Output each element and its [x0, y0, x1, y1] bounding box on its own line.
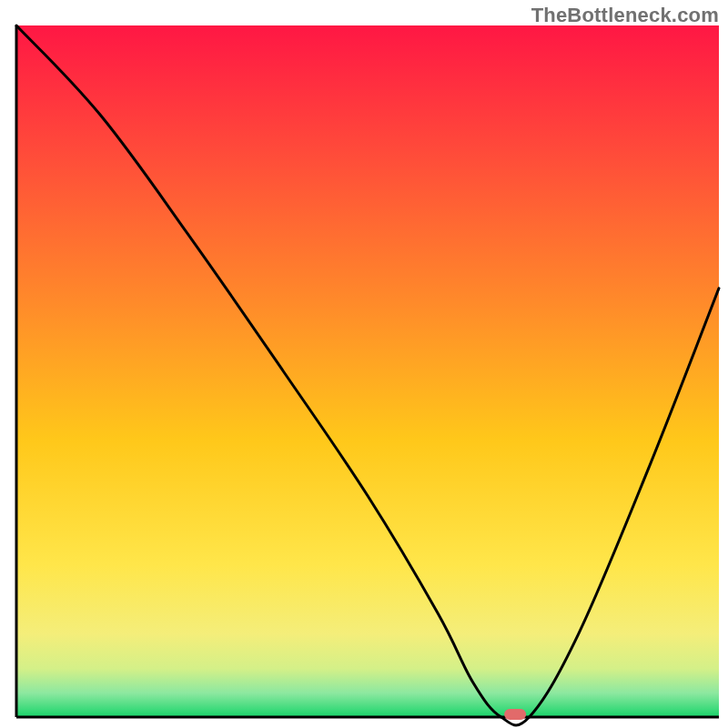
chart-container: { "watermark": "TheBottleneck.com", "cha… — [0, 0, 728, 728]
chart-svg — [0, 0, 728, 728]
optimal-point-marker — [504, 709, 526, 720]
gradient-background — [16, 25, 719, 717]
